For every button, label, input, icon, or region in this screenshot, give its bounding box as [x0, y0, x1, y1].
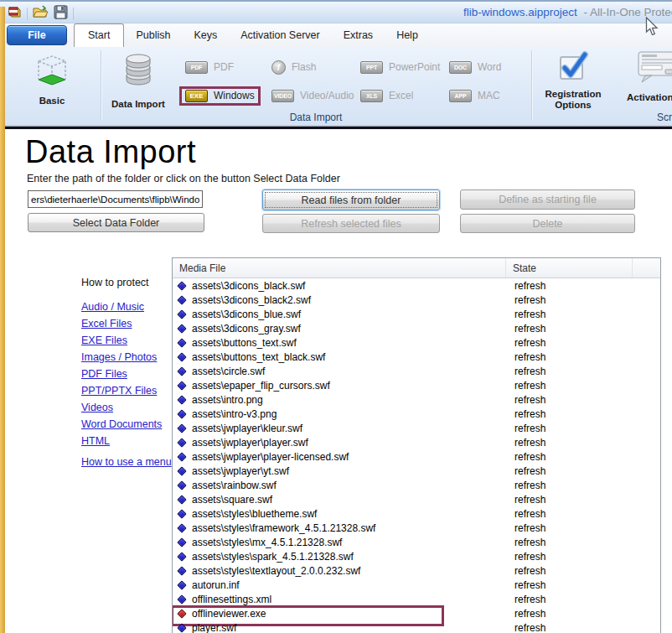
media-file-icon — [177, 566, 186, 575]
table-row[interactable]: assets\styles\bluetheme.swf refresh — [173, 506, 660, 521]
ribbon-tab[interactable]: Extras — [332, 25, 385, 45]
table-row[interactable]: assets\epaper_flip_cursors.swf refresh — [173, 378, 660, 392]
table-row[interactable]: assets\jwplayer\kleur.swf refresh — [173, 421, 660, 435]
ribbon-button[interactable]: PPT PowerPoint — [354, 58, 446, 77]
table-row[interactable]: assets\styles\textlayout_2.0.0.232.swf r… — [173, 563, 660, 578]
media-file-name: assets\styles\spark_4.5.1.21328.swf — [192, 551, 354, 563]
media-file-icon — [177, 395, 186, 404]
window-title-project: flib-windows.aipproject — [463, 6, 577, 18]
media-file-cell: assets\jwplayer\player.swf — [173, 437, 506, 449]
state-cell: refresh — [506, 337, 545, 349]
table-row[interactable]: offlinesettings.xml refresh — [173, 592, 660, 606]
data-import-button[interactable]: Data Import — [106, 50, 171, 110]
media-file-cell: assets\jwplayer\yt.swf — [173, 465, 506, 477]
ribbon-button[interactable]: EXE Windows — [179, 86, 261, 106]
media-file-icon — [177, 552, 186, 561]
table-body: assets\3dicons_black.swf refresh assets\… — [173, 278, 660, 633]
quick-access-toolbar — [7, 4, 74, 23]
state-cell: refresh — [506, 565, 545, 577]
ribbon-button[interactable]: PDF PDF — [179, 58, 240, 77]
toolbar-separator — [27, 8, 28, 20]
file-type-badge-icon: VIDEO — [271, 90, 294, 102]
ribbon-button-label: Video/Audio — [300, 90, 354, 101]
media-file-icon — [177, 338, 186, 347]
table-row[interactable]: assets\styles\framework_4.5.1.21328.swf … — [173, 521, 660, 535]
ribbon-tab[interactable]: Activation Server — [229, 25, 331, 45]
table-row[interactable]: player.swf refresh — [173, 620, 660, 633]
media-file-name: assets\jwplayer\yt.swf — [192, 465, 289, 477]
column-header-state[interactable]: State — [506, 258, 633, 278]
table-row[interactable]: assets\3dicons_black2.swf refresh — [173, 293, 660, 307]
media-file-cell: assets\jwplayer\player-licensed.swf — [173, 451, 506, 463]
delete-button[interactable]: Delete — [460, 214, 635, 233]
sidebar-heading: How to protect — [81, 277, 182, 288]
table-row[interactable]: assets\jwplayer\player.swf refresh — [173, 435, 660, 449]
sidebar-link[interactable]: PDF Files — [81, 368, 127, 380]
ribbon-button[interactable]: f Flash — [266, 57, 322, 78]
media-file-name: assets\epaper_flip_cursors.swf — [192, 380, 330, 392]
table-row[interactable]: assets\intro.png refresh — [173, 392, 660, 407]
table-row[interactable]: assets\buttons_text_black.swf refresh — [173, 350, 660, 364]
ribbon-tab[interactable]: File — [7, 25, 67, 45]
checkmark-icon — [557, 50, 589, 86]
sidebar-link[interactable]: Audio / Music — [81, 301, 144, 313]
media-file-name: assets\styles\framework_4.5.1.21328.swf — [192, 522, 375, 534]
define-starting-file-button[interactable]: Define as starting file — [460, 189, 635, 210]
table-row[interactable]: assets\styles\mx_4.5.1.21328.swf refresh — [173, 535, 660, 549]
ribbon-button[interactable]: VIDEO Video/Audio — [266, 86, 360, 106]
table-row[interactable]: assets\styles\spark_4.5.1.21328.swf refr… — [173, 549, 660, 563]
folder-path-input[interactable] — [28, 190, 203, 208]
media-file-name: assets\styles\mx_4.5.1.21328.swf — [192, 537, 342, 548]
state-cell: refresh — [506, 594, 545, 605]
ribbon-tab[interactable]: Start — [74, 23, 124, 47]
table-row[interactable]: assets\circle.swf refresh — [173, 364, 660, 378]
media-file-cell: assets\styles\framework_4.5.1.21328.swf — [173, 522, 506, 534]
ribbon-button-label: Windows — [214, 90, 255, 101]
table-row[interactable]: assets\3dicons_blue.swf refresh — [173, 307, 660, 321]
sidebar-link[interactable]: Excel Files — [81, 318, 132, 329]
ribbon-tab-bar: FileStartPublishKeysActivation ServerExt… — [0, 23, 672, 47]
sidebar-link[interactable]: PPT/PPTX Files — [81, 385, 157, 397]
media-file-cell: autorun.inf — [173, 579, 506, 591]
select-data-folder-button[interactable]: Select Data Folder — [28, 213, 204, 232]
state-cell: refresh — [506, 522, 545, 534]
open-folder-icon[interactable] — [33, 5, 49, 23]
media-file-cell: player.swf — [173, 622, 506, 633]
ribbon-group-label-screens: Scr — [657, 112, 672, 123]
sidebar-link[interactable]: Images / Photos — [81, 351, 157, 363]
table-row[interactable]: offlineviewer.exe refresh — [173, 606, 660, 620]
read-files-button[interactable]: Read files from folder — [262, 189, 440, 210]
media-file-name: assets\styles\bluetheme.swf — [192, 508, 317, 520]
ribbon-tab[interactable]: Help — [385, 25, 430, 45]
ribbon-button[interactable]: APP MAC — [443, 86, 506, 106]
table-row[interactable]: assets\jwplayer\yt.swf refresh — [173, 464, 660, 478]
sidebar-link[interactable]: Videos — [81, 402, 113, 413]
sidebar-link[interactable]: EXE Files — [81, 335, 127, 346]
state-cell: refresh — [506, 494, 545, 506]
page-title: Data Import — [25, 134, 196, 170]
ribbon-button[interactable]: XLS Excel — [354, 86, 419, 106]
media-file-icon — [177, 309, 186, 319]
table-row[interactable]: assets\buttons_text.swf refresh — [173, 335, 660, 350]
activation-screens-button[interactable]: Activation S — [627, 50, 672, 103]
ribbon-tab[interactable]: Keys — [182, 25, 229, 45]
registration-options-button[interactable]: Registration Options — [540, 50, 606, 111]
ribbon-button[interactable]: DOC Word — [443, 58, 507, 77]
table-row[interactable]: assets\jwplayer\player-licensed.swf refr… — [173, 449, 660, 464]
media-file-name: assets\jwplayer\kleur.swf — [192, 423, 302, 434]
save-icon[interactable] — [54, 5, 68, 23]
column-header-media-file[interactable]: Media File — [173, 258, 506, 278]
table-row[interactable]: assets\3dicons_black.swf refresh — [173, 278, 660, 293]
table-row[interactable]: assets\rainbow.swf refresh — [173, 478, 660, 492]
sidebar-link[interactable]: HTML — [81, 435, 110, 447]
sidebar-link[interactable]: Word Documents — [81, 418, 162, 430]
basic-button[interactable]: Basic — [17, 52, 87, 106]
table-row[interactable]: autorun.inf refresh — [173, 578, 660, 592]
table-row[interactable]: assets\3dicons_gray.swf refresh — [173, 321, 660, 335]
ribbon-tab[interactable]: Publish — [124, 25, 182, 45]
refresh-selected-files-button[interactable]: Refresh selected files — [262, 214, 440, 233]
table-row[interactable]: assets\square.swf refresh — [173, 492, 660, 506]
sidebar-link[interactable]: How to use a menu — [81, 456, 172, 468]
media-file-table: Media File State assets\3dicons_black.sw… — [172, 257, 661, 633]
table-row[interactable]: assets\intro-v3.png refresh — [173, 407, 660, 421]
